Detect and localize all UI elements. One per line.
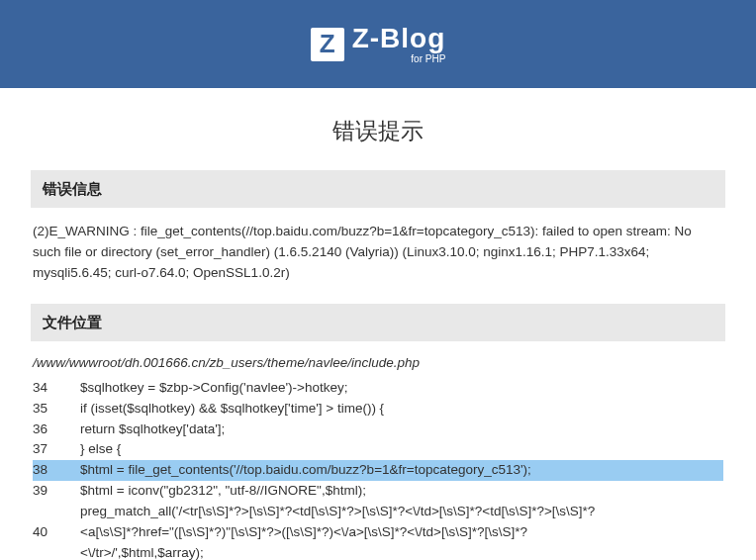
code-line: 37} else {: [33, 439, 723, 460]
logo-letter: Z: [320, 29, 335, 59]
line-number: 36: [33, 420, 80, 440]
logo-text: Z-Blog for PHP: [352, 25, 446, 64]
line-number: 35: [33, 399, 80, 420]
line-number: 39: [33, 481, 80, 502]
code-line: 39$html = iconv("gb2312", "utf-8//IGNORE…: [33, 481, 723, 502]
code-content: } else {: [80, 439, 723, 460]
logo-main-text: Z-Blog: [352, 25, 446, 52]
code-content: if (isset($sqlhotkey) && $sqlhotkey['tim…: [80, 399, 723, 420]
logo-icon: Z: [311, 28, 344, 61]
line-number: [33, 502, 80, 522]
error-info-body: (2)E_WARNING : file_get_contents(//top.b…: [31, 208, 725, 304]
line-number: 40: [33, 522, 80, 543]
code-line: 40<a[\s\S]*?href="([\s\S]*?)"[\s\S]*?>([…: [33, 522, 723, 543]
code-line: <\/tr>/',$html,$array);: [33, 543, 723, 560]
logo-sub-text: for PHP: [352, 54, 446, 64]
file-path: /www/wwwroot/dh.001666.cn/zb_users/theme…: [33, 353, 723, 374]
code-table: 34$sqlhotkey = $zbp->Config('navlee')->h…: [33, 378, 723, 560]
code-line: 38$html = file_get_contents('//top.baidu…: [33, 460, 723, 481]
code-content: return $sqlhotkey['data'];: [80, 420, 723, 440]
file-location-body: /www/wwwroot/dh.001666.cn/zb_users/theme…: [31, 341, 725, 560]
code-line: 34$sqlhotkey = $zbp->Config('navlee')->h…: [33, 378, 723, 399]
error-message: (2)E_WARNING : file_get_contents(//top.b…: [33, 224, 692, 280]
code-line: 35if (isset($sqlhotkey) && $sqlhotkey['t…: [33, 399, 723, 420]
code-content: $html = iconv("gb2312", "utf-8//IGNORE",…: [80, 481, 723, 502]
line-number: [33, 543, 80, 560]
file-location-heading: 文件位置: [31, 304, 725, 341]
error-info-heading: 错误信息: [31, 170, 725, 208]
code-line: preg_match_all('/<tr[\s\S]*?>[\s\S]*?<td…: [33, 502, 723, 522]
line-number: 37: [33, 439, 80, 460]
code-line: 36return $sqlhotkey['data'];: [33, 420, 723, 440]
code-content: preg_match_all('/<tr[\s\S]*?>[\s\S]*?<td…: [80, 502, 723, 522]
logo: Z Z-Blog for PHP: [311, 25, 446, 64]
page-title: 错误提示: [31, 88, 725, 170]
code-content: $html = file_get_contents('//top.baidu.c…: [80, 460, 723, 481]
header: Z Z-Blog for PHP: [0, 0, 756, 88]
content: 错误提示 错误信息 (2)E_WARNING : file_get_conten…: [0, 88, 756, 560]
code-content: <a[\s\S]*?href="([\s\S]*?)"[\s\S]*?>([\s…: [80, 522, 723, 543]
line-number: 38: [33, 460, 80, 481]
code-content: $sqlhotkey = $zbp->Config('navlee')->hot…: [80, 378, 723, 399]
code-content: <\/tr>/',$html,$array);: [80, 543, 723, 560]
line-number: 34: [33, 378, 80, 399]
